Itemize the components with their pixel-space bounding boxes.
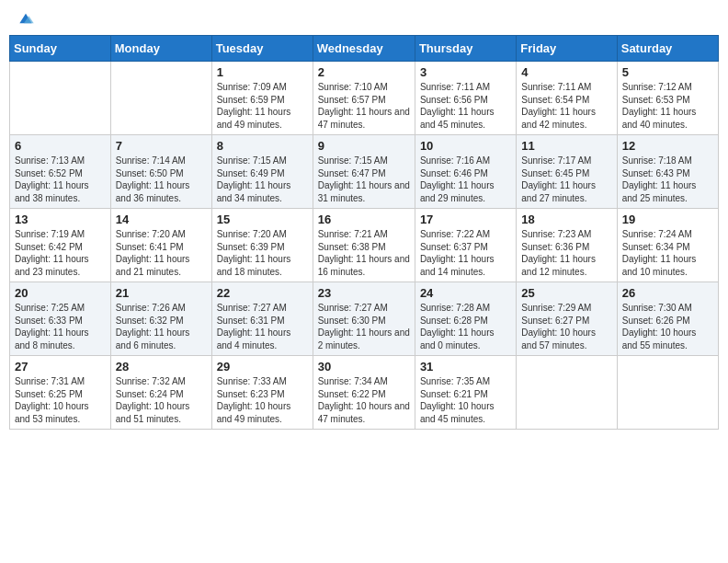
day-number: 24 — [420, 286, 511, 300]
day-number: 15 — [217, 213, 308, 226]
calendar-day-cell: 27Sunrise: 7:31 AM Sunset: 6:25 PM Dayli… — [10, 356, 111, 430]
calendar-day-cell: 31Sunrise: 7:35 AM Sunset: 6:21 PM Dayli… — [415, 356, 516, 430]
day-number: 10 — [420, 139, 511, 153]
day-info: Sunrise: 7:27 AM Sunset: 6:31 PM Dayligh… — [217, 302, 308, 351]
day-number: 14 — [116, 213, 207, 226]
day-number: 3 — [420, 65, 511, 79]
calendar-day-cell: 23Sunrise: 7:27 AM Sunset: 6:30 PM Dayli… — [313, 282, 415, 356]
day-info: Sunrise: 7:29 AM Sunset: 6:27 PM Dayligh… — [521, 302, 611, 351]
calendar-day-cell: 25Sunrise: 7:29 AM Sunset: 6:27 PM Dayli… — [517, 282, 617, 356]
logo-icon — [17, 9, 35, 28]
day-number: 20 — [15, 286, 106, 300]
day-number: 28 — [116, 360, 207, 373]
day-of-week-header: Friday — [517, 36, 617, 62]
day-of-week-header: Thursday — [415, 36, 516, 62]
day-of-week-header: Tuesday — [211, 36, 313, 62]
page-header — [9, 9, 719, 28]
day-info: Sunrise: 7:20 AM Sunset: 6:41 PM Dayligh… — [116, 228, 207, 278]
day-number: 17 — [420, 213, 511, 226]
day-number: 1 — [217, 65, 308, 79]
calendar-day-cell: 13Sunrise: 7:19 AM Sunset: 6:42 PM Dayli… — [10, 209, 111, 282]
day-info: Sunrise: 7:33 AM Sunset: 6:23 PM Dayligh… — [217, 375, 308, 425]
calendar-day-cell: 16Sunrise: 7:21 AM Sunset: 6:38 PM Dayli… — [313, 209, 415, 282]
day-number: 22 — [217, 286, 308, 300]
day-info: Sunrise: 7:35 AM Sunset: 6:21 PM Dayligh… — [420, 375, 511, 425]
day-number: 30 — [318, 360, 410, 373]
day-number: 26 — [622, 286, 713, 300]
day-number: 7 — [116, 139, 207, 153]
calendar-day-cell: 29Sunrise: 7:33 AM Sunset: 6:23 PM Dayli… — [211, 356, 313, 430]
day-info: Sunrise: 7:23 AM Sunset: 6:36 PM Dayligh… — [521, 228, 611, 278]
calendar-header-row: SundayMondayTuesdayWednesdayThursdayFrid… — [10, 36, 719, 62]
day-info: Sunrise: 7:19 AM Sunset: 6:42 PM Dayligh… — [15, 228, 106, 278]
day-info: Sunrise: 7:25 AM Sunset: 6:33 PM Dayligh… — [15, 302, 106, 351]
day-number: 11 — [521, 139, 611, 153]
calendar-day-cell: 26Sunrise: 7:30 AM Sunset: 6:26 PM Dayli… — [617, 282, 718, 356]
day-info: Sunrise: 7:09 AM Sunset: 6:59 PM Dayligh… — [217, 81, 308, 131]
day-number: 4 — [521, 65, 611, 79]
day-info: Sunrise: 7:18 AM Sunset: 6:43 PM Dayligh… — [622, 155, 713, 204]
day-number: 27 — [15, 360, 106, 373]
calendar-day-cell: 21Sunrise: 7:26 AM Sunset: 6:32 PM Dayli… — [110, 282, 211, 356]
calendar-day-cell: 17Sunrise: 7:22 AM Sunset: 6:37 PM Dayli… — [415, 209, 516, 282]
day-info: Sunrise: 7:34 AM Sunset: 6:22 PM Dayligh… — [318, 375, 410, 425]
calendar-day-cell: 15Sunrise: 7:20 AM Sunset: 6:39 PM Dayli… — [211, 209, 313, 282]
day-info: Sunrise: 7:20 AM Sunset: 6:39 PM Dayligh… — [217, 228, 308, 278]
calendar-day-cell: 3Sunrise: 7:11 AM Sunset: 6:56 PM Daylig… — [415, 62, 516, 135]
day-number: 9 — [318, 139, 410, 153]
calendar-day-cell: 11Sunrise: 7:17 AM Sunset: 6:45 PM Dayli… — [517, 135, 617, 209]
calendar-day-cell: 8Sunrise: 7:15 AM Sunset: 6:49 PM Daylig… — [211, 135, 313, 209]
day-info: Sunrise: 7:31 AM Sunset: 6:25 PM Dayligh… — [15, 375, 106, 425]
day-of-week-header: Saturday — [617, 36, 718, 62]
day-info: Sunrise: 7:11 AM Sunset: 6:54 PM Dayligh… — [521, 81, 611, 131]
day-info: Sunrise: 7:27 AM Sunset: 6:30 PM Dayligh… — [318, 302, 410, 351]
day-info: Sunrise: 7:21 AM Sunset: 6:38 PM Dayligh… — [318, 228, 410, 278]
day-number: 6 — [15, 139, 106, 153]
calendar-day-cell: 22Sunrise: 7:27 AM Sunset: 6:31 PM Dayli… — [211, 282, 313, 356]
day-number: 23 — [318, 286, 410, 300]
day-info: Sunrise: 7:15 AM Sunset: 6:49 PM Dayligh… — [217, 155, 308, 204]
calendar-day-cell: 24Sunrise: 7:28 AM Sunset: 6:28 PM Dayli… — [415, 282, 516, 356]
calendar-day-cell: 4Sunrise: 7:11 AM Sunset: 6:54 PM Daylig… — [517, 62, 617, 135]
calendar-day-cell: 12Sunrise: 7:18 AM Sunset: 6:43 PM Dayli… — [617, 135, 718, 209]
calendar-day-cell — [110, 62, 211, 135]
calendar-day-cell: 20Sunrise: 7:25 AM Sunset: 6:33 PM Dayli… — [10, 282, 111, 356]
day-info: Sunrise: 7:22 AM Sunset: 6:37 PM Dayligh… — [420, 228, 511, 278]
calendar-day-cell: 10Sunrise: 7:16 AM Sunset: 6:46 PM Dayli… — [415, 135, 516, 209]
calendar-day-cell: 5Sunrise: 7:12 AM Sunset: 6:53 PM Daylig… — [617, 62, 718, 135]
day-info: Sunrise: 7:26 AM Sunset: 6:32 PM Dayligh… — [116, 302, 207, 351]
day-info: Sunrise: 7:28 AM Sunset: 6:28 PM Dayligh… — [420, 302, 511, 351]
calendar-day-cell: 2Sunrise: 7:10 AM Sunset: 6:57 PM Daylig… — [313, 62, 415, 135]
day-number: 18 — [521, 213, 611, 226]
day-info: Sunrise: 7:14 AM Sunset: 6:50 PM Dayligh… — [116, 155, 207, 204]
calendar-day-cell — [617, 356, 718, 430]
calendar-table: SundayMondayTuesdayWednesdayThursdayFrid… — [9, 35, 719, 430]
day-number: 31 — [420, 360, 511, 373]
day-number: 13 — [15, 213, 106, 226]
day-info: Sunrise: 7:11 AM Sunset: 6:56 PM Dayligh… — [420, 81, 511, 131]
day-of-week-header: Monday — [110, 36, 211, 62]
day-number: 8 — [217, 139, 308, 153]
calendar-day-cell: 28Sunrise: 7:32 AM Sunset: 6:24 PM Dayli… — [110, 356, 211, 430]
day-number: 5 — [622, 65, 713, 79]
day-number: 21 — [116, 286, 207, 300]
calendar-day-cell: 14Sunrise: 7:20 AM Sunset: 6:41 PM Dayli… — [110, 209, 211, 282]
day-info: Sunrise: 7:24 AM Sunset: 6:34 PM Dayligh… — [622, 228, 713, 278]
day-number: 29 — [217, 360, 308, 373]
day-number: 2 — [318, 65, 410, 79]
day-of-week-header: Sunday — [10, 36, 111, 62]
day-info: Sunrise: 7:15 AM Sunset: 6:47 PM Dayligh… — [318, 155, 410, 204]
day-number: 12 — [622, 139, 713, 153]
day-info: Sunrise: 7:32 AM Sunset: 6:24 PM Dayligh… — [116, 375, 207, 425]
calendar-week-row: 13Sunrise: 7:19 AM Sunset: 6:42 PM Dayli… — [10, 209, 719, 282]
calendar-day-cell — [10, 62, 111, 135]
calendar-week-row: 1Sunrise: 7:09 AM Sunset: 6:59 PM Daylig… — [10, 62, 719, 135]
day-info: Sunrise: 7:10 AM Sunset: 6:57 PM Dayligh… — [318, 81, 410, 131]
calendar-week-row: 20Sunrise: 7:25 AM Sunset: 6:33 PM Dayli… — [10, 282, 719, 356]
calendar-day-cell — [517, 356, 617, 430]
calendar-day-cell: 1Sunrise: 7:09 AM Sunset: 6:59 PM Daylig… — [211, 62, 313, 135]
day-number: 25 — [521, 286, 611, 300]
day-info: Sunrise: 7:16 AM Sunset: 6:46 PM Dayligh… — [420, 155, 511, 204]
calendar-week-row: 6Sunrise: 7:13 AM Sunset: 6:52 PM Daylig… — [10, 135, 719, 209]
calendar-day-cell: 7Sunrise: 7:14 AM Sunset: 6:50 PM Daylig… — [110, 135, 211, 209]
